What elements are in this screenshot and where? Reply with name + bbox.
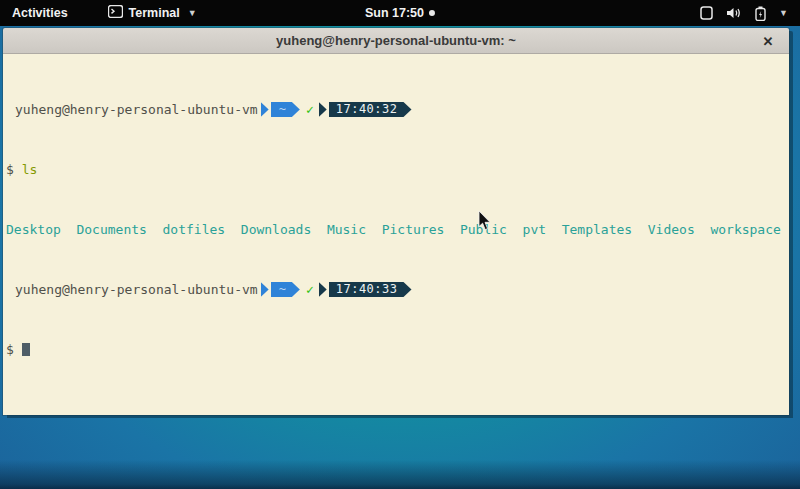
top-bar: Activities Terminal ▼ Sun 17:50	[0, 0, 800, 26]
prompt-symbol: $	[6, 162, 14, 177]
terminal-cursor	[22, 343, 30, 356]
window-titlebar[interactable]: yuheng@henry-personal-ubuntu-vm: ~ ✕	[3, 28, 789, 54]
mouse-cursor-icon	[478, 211, 491, 235]
prompt-user: yuheng@henry-personal-ubuntu-vm	[6, 102, 258, 117]
terminal-window: yuheng@henry-personal-ubuntu-vm: ~ ✕ yuh…	[3, 28, 789, 415]
clock-menu[interactable]: Sun 17:50	[365, 0, 435, 26]
prompt-user: yuheng@henry-personal-ubuntu-vm	[6, 282, 258, 297]
prompt-time-segment: 17:40:33	[329, 282, 412, 297]
desktop: { "top_bar": { "activities_label": "Acti…	[0, 0, 800, 489]
chevron-down-icon: ▼	[779, 8, 788, 18]
prompt-time-segment: 17:40:32	[329, 102, 412, 117]
terminal-icon	[108, 5, 123, 21]
status-check-icon: ✓	[306, 102, 314, 117]
clock-label: Sun 17:50	[365, 6, 424, 20]
app-menu-terminal[interactable]: Terminal ▼	[98, 0, 207, 26]
status-check-icon: ✓	[306, 282, 314, 297]
app-menu-label: Terminal	[129, 6, 180, 20]
prompt-path-segment: ~	[271, 102, 300, 117]
prompt-line-2: yuheng@henry-personal-ubuntu-vm ~ ✓ 17:4…	[6, 282, 785, 297]
prompt-line-1: yuheng@henry-personal-ubuntu-vm ~ ✓ 17:4…	[6, 102, 785, 117]
powerline-arrow-icon	[319, 282, 327, 297]
battery-icon	[755, 6, 766, 21]
close-button[interactable]: ✕	[757, 28, 779, 54]
command-line: $ ls	[6, 162, 785, 177]
powerline-arrow-icon	[261, 282, 269, 297]
terminal-content[interactable]: yuheng@henry-personal-ubuntu-vm ~ ✓ 17:4…	[3, 54, 789, 415]
window-title: yuheng@henry-personal-ubuntu-vm: ~	[276, 33, 516, 48]
powerline-arrow-icon	[261, 102, 269, 117]
current-input-line[interactable]: $	[6, 342, 785, 357]
system-tray[interactable]: ▼	[688, 0, 800, 26]
volume-icon	[726, 6, 742, 20]
prompt-path-segment: ~	[271, 282, 300, 297]
notification-dot	[429, 10, 435, 16]
display-icon	[700, 6, 713, 20]
activities-button[interactable]: Activities	[0, 0, 80, 26]
command-text: ls	[22, 162, 38, 177]
powerline-arrow-icon	[319, 102, 327, 117]
chevron-down-icon: ▼	[188, 8, 197, 18]
prompt-symbol: $	[6, 342, 14, 357]
ls-output-line: Desktop Documents dotfiles Downloads Mus…	[6, 222, 785, 237]
directory-list: Desktop Documents dotfiles Downloads Mus…	[6, 222, 781, 237]
